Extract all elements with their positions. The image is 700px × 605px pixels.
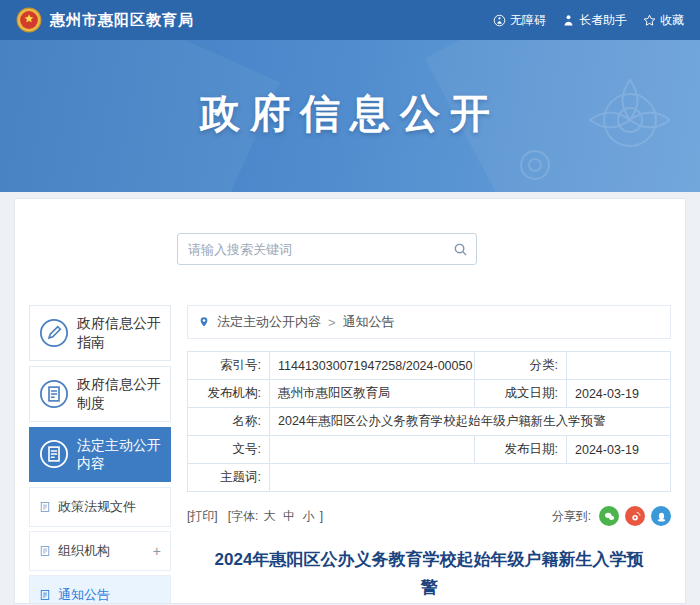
font-size-small-button[interactable]: 小	[302, 509, 314, 523]
index-value: 114413030071947258/2024-00050	[270, 352, 475, 380]
table-row: 索引号: 114413030071947258/2024-00050 分类:	[188, 352, 671, 380]
elder-assistant-link[interactable]: 长者助手	[562, 12, 627, 29]
font-size-prefix: [字体:	[228, 509, 259, 523]
sidebar-item-policy-files[interactable]: 政策法规文件	[29, 487, 171, 527]
pubdate-value: 2024-03-19	[567, 436, 671, 464]
table-row: 发布机构: 惠州市惠阳区教育局 成文日期: 2024-03-19	[188, 380, 671, 408]
category-label: 分类:	[475, 352, 567, 380]
index-label: 索引号:	[188, 352, 270, 380]
font-size-medium-button[interactable]: 中	[283, 509, 295, 523]
font-size-suffix: ]	[320, 509, 323, 523]
print-button[interactable]: [打印]	[187, 508, 218, 525]
site-name: 惠州市惠阳区教育局	[50, 11, 194, 30]
docnum-label: 文号:	[188, 436, 270, 464]
docnum-value	[270, 436, 475, 464]
article-toolbar: [打印] [字体: 大 中 小 ] 分享到:	[187, 506, 671, 526]
top-header: 惠州市惠阳区教育局 无障碍 长者助手 收藏	[0, 0, 700, 40]
table-row: 名称: 2024年惠阳区公办义务教育学校起始年级户籍新生入学预警	[188, 408, 671, 436]
favorite-label: 收藏	[660, 12, 684, 29]
keyword-value	[270, 464, 671, 492]
sidebar-item-label: 组织机构	[58, 542, 110, 560]
document-icon	[39, 589, 51, 601]
sidebar-item-notices[interactable]: 通知公告	[29, 575, 171, 604]
accessibility-icon	[493, 14, 506, 27]
weibo-share-icon[interactable]	[625, 506, 645, 526]
sidebar-item-label: 政策法规文件	[58, 498, 136, 516]
site-brand[interactable]: 惠州市惠阳区教育局	[16, 7, 194, 33]
share-bar: 分享到:	[552, 506, 671, 526]
national-emblem-icon	[16, 7, 42, 33]
agency-label: 发布机构:	[188, 380, 270, 408]
favorite-link[interactable]: 收藏	[643, 12, 684, 29]
sidebar-section-label: 政府信息公开指南	[77, 314, 164, 352]
sidebar-section-label: 法定主动公开内容	[77, 436, 164, 474]
search-row	[177, 233, 671, 265]
breadcrumb-separator: >	[328, 315, 336, 330]
name-value: 2024年惠阳区公办义务教育学校起始年级户籍新生入学预警	[270, 408, 671, 436]
sidebar: 政府信息公开指南 政府信息公开制度 法定主动公开内容 政策法规文件	[29, 305, 171, 604]
document-icon	[39, 501, 51, 513]
category-value	[567, 352, 671, 380]
star-icon	[643, 14, 656, 27]
sidebar-item-label: 通知公告	[58, 586, 110, 604]
page-title: 政府信息公开	[0, 40, 700, 141]
font-size-controls: [字体: 大 中 小 ]	[228, 508, 323, 525]
magnifier-icon	[453, 242, 468, 257]
breadcrumb-current[interactable]: 通知公告	[343, 313, 395, 331]
document-icon	[39, 545, 51, 557]
table-row: 文号: 发布日期: 2024-03-19	[188, 436, 671, 464]
search-input[interactable]	[177, 233, 477, 265]
article-title: 2024年惠阳区公办义务教育学校起始年级户籍新生入学预警	[209, 546, 649, 602]
document-circle-icon	[39, 439, 69, 469]
elder-assist-icon	[562, 14, 575, 27]
sidebar-section-label: 政府信息公开制度	[77, 375, 164, 413]
expand-plus-icon[interactable]: +	[153, 543, 161, 559]
name-label: 名称:	[188, 408, 270, 436]
sidebar-item-organization[interactable]: 组织机构 +	[29, 531, 171, 571]
content-card: 政府信息公开指南 政府信息公开制度 法定主动公开内容 政策法规文件	[14, 198, 686, 604]
sidebar-section-legal-content[interactable]: 法定主动公开内容	[29, 427, 171, 483]
agency-value: 惠州市惠阳区教育局	[270, 380, 475, 408]
wechat-share-icon[interactable]	[599, 506, 619, 526]
pen-circle-icon	[39, 318, 69, 348]
breadcrumb: 法定主动公开内容 > 通知公告	[187, 305, 671, 339]
share-label: 分享到:	[552, 508, 591, 525]
breadcrumb-parent[interactable]: 法定主动公开内容	[217, 313, 321, 331]
main-content: 法定主动公开内容 > 通知公告 索引号: 114413030071947258/…	[187, 305, 671, 604]
date-value: 2024-03-19	[567, 380, 671, 408]
pubdate-label: 发布日期:	[475, 436, 567, 464]
qq-share-icon[interactable]	[651, 506, 671, 526]
location-pin-icon	[198, 315, 210, 329]
accessibility-label: 无障碍	[510, 12, 546, 29]
font-size-large-button[interactable]: 大	[264, 509, 276, 523]
search-button[interactable]	[443, 233, 477, 265]
document-meta-table: 索引号: 114413030071947258/2024-00050 分类: 发…	[187, 351, 671, 492]
page-banner: 政府信息公开	[0, 40, 700, 192]
sidebar-section-system[interactable]: 政府信息公开制度	[29, 366, 171, 422]
document-circle-icon	[39, 379, 69, 409]
elder-assistant-label: 长者助手	[579, 12, 627, 29]
sidebar-section-guide[interactable]: 政府信息公开指南	[29, 305, 171, 361]
top-utility-links: 无障碍 长者助手 收藏	[493, 12, 684, 29]
accessibility-link[interactable]: 无障碍	[493, 12, 546, 29]
table-row: 主题词:	[188, 464, 671, 492]
keyword-label: 主题词:	[188, 464, 270, 492]
date-label: 成文日期:	[475, 380, 567, 408]
